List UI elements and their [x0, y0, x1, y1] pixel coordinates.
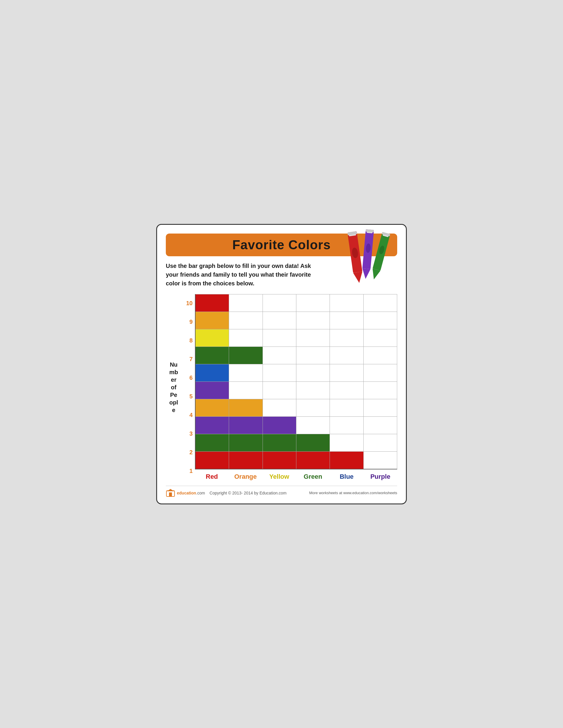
cell-row1-col2	[229, 451, 262, 469]
cell-row3-col4	[297, 416, 330, 434]
cell-row7-col4	[297, 347, 330, 364]
cell-row4-col1	[195, 399, 229, 416]
cell-row2-col6	[364, 434, 397, 451]
y-num-6: 6	[189, 369, 193, 387]
cell-row7-col1	[195, 347, 229, 364]
cell-row7-col6	[364, 347, 397, 364]
education-logo-icon	[166, 488, 175, 498]
cell-row6-col1	[195, 364, 229, 381]
cell-row1-col5	[330, 451, 364, 469]
y-num-8: 8	[189, 332, 193, 349]
cell-row8-col5	[330, 329, 364, 347]
page-footer: education.com Copyright © 2013- 2014 by …	[166, 486, 397, 498]
y-num-3: 3	[189, 425, 193, 443]
worksheet-page: Favorite Colors	[156, 224, 407, 504]
cell-row5-col6	[364, 381, 397, 399]
chart-area: NumberofPeople 1 2 3 4 5 6 7 8 9 10 Red …	[166, 294, 397, 480]
cell-row2-col3	[263, 434, 297, 451]
y-num-10: 10	[186, 295, 193, 312]
cell-row3-col2	[229, 416, 262, 434]
cell-row3-col1	[195, 416, 229, 434]
cell-row10-col2	[229, 294, 262, 312]
cell-row5-col2	[229, 381, 262, 399]
y-num-1: 1	[189, 462, 193, 480]
cell-row5-col5	[330, 381, 364, 399]
cell-row6-col6	[364, 364, 397, 381]
footer-logo: education.com Copyright © 2013- 2014 by …	[166, 488, 287, 498]
cell-row6-col4	[297, 364, 330, 381]
cell-row6-col3	[263, 364, 297, 381]
x-label-red: Red	[195, 472, 229, 480]
cell-row2-col4	[297, 434, 330, 451]
y-axis-numbers: 1 2 3 4 5 6 7 8 9 10	[183, 294, 195, 480]
cell-row10-col5	[330, 294, 364, 312]
cell-row5-col3	[263, 381, 297, 399]
cell-row3-col3	[263, 416, 297, 434]
cell-row6-col2	[229, 364, 262, 381]
svg-marker-11	[353, 271, 364, 283]
cell-row9-col5	[330, 312, 364, 329]
cell-row8-col6	[364, 329, 397, 347]
cell-row3-col6	[364, 416, 397, 434]
cell-row3-col5	[330, 416, 364, 434]
y-num-9: 9	[189, 313, 193, 331]
cell-row4-col4	[297, 399, 330, 416]
cell-row6-col5	[330, 364, 364, 381]
cell-row9-col1	[195, 312, 229, 329]
cell-row9-col4	[297, 312, 330, 329]
cell-row10-col3	[263, 294, 297, 312]
cell-row1-col4	[297, 451, 330, 469]
cell-row4-col2	[229, 399, 262, 416]
cell-row10-col6	[364, 294, 397, 312]
cell-row5-col4	[297, 381, 330, 399]
cell-row2-col1	[195, 434, 229, 451]
cell-row10-col1	[195, 294, 229, 312]
y-num-5: 5	[189, 388, 193, 405]
cell-row8-col2	[229, 329, 262, 347]
y-axis-label: NumberofPeople	[166, 294, 183, 480]
svg-marker-6	[361, 268, 370, 279]
page-title: Favorite Colors	[232, 238, 331, 252]
bar-chart-grid	[195, 294, 397, 469]
y-num-4: 4	[189, 407, 193, 424]
cell-row1-col1	[195, 451, 229, 469]
x-axis-labels: Red Orange Yellow Green Blue Purple	[195, 472, 397, 480]
svg-marker-1	[370, 268, 380, 280]
svg-rect-17	[169, 492, 172, 496]
cell-row1-col3	[263, 451, 297, 469]
instructions-text: Use the bar graph below to fill in your …	[166, 261, 320, 288]
cell-row8-col1	[195, 329, 229, 347]
x-label-green: Green	[296, 472, 330, 480]
cell-row8-col4	[297, 329, 330, 347]
cell-row4-col6	[364, 399, 397, 416]
footer-logo-text: education.com Copyright © 2013- 2014 by …	[177, 491, 287, 495]
cell-row5-col1	[195, 381, 229, 399]
cell-row7-col5	[330, 347, 364, 364]
cell-row9-col6	[364, 312, 397, 329]
title-bar: Favorite Colors	[166, 234, 397, 256]
x-label-yellow: Yellow	[262, 472, 296, 480]
x-label-blue: Blue	[330, 472, 364, 480]
cell-row9-col2	[229, 312, 262, 329]
cell-row4-col5	[330, 399, 364, 416]
svg-marker-16	[167, 489, 174, 491]
crayons-illustration	[348, 225, 400, 283]
cell-row9-col3	[263, 312, 297, 329]
x-label-orange: Orange	[229, 472, 262, 480]
y-num-2: 2	[189, 444, 193, 461]
footer-copyright: Copyright © 2013- 2014 by Education.com	[209, 491, 287, 495]
cell-row1-col6	[364, 451, 397, 469]
cell-row4-col3	[263, 399, 297, 416]
y-num-7: 7	[189, 351, 193, 368]
cell-row7-col3	[263, 347, 297, 364]
cell-row2-col5	[330, 434, 364, 451]
cell-row8-col3	[263, 329, 297, 347]
cell-row2-col2	[229, 434, 262, 451]
footer-more-text: More worksheets at www.education.com/wor…	[309, 491, 397, 495]
x-label-purple: Purple	[364, 472, 397, 480]
grid-container: Red Orange Yellow Green Blue Purple	[195, 294, 397, 480]
cell-row7-col2	[229, 347, 262, 364]
cell-row10-col4	[297, 294, 330, 312]
